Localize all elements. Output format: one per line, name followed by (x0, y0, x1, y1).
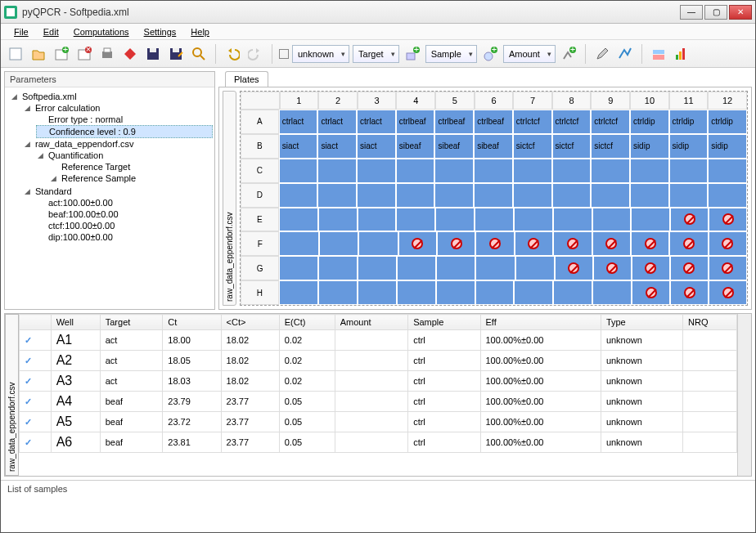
well-cell[interactable] (358, 280, 397, 305)
target-dropdown[interactable]: Target (353, 45, 399, 63)
compute-icon[interactable] (615, 44, 635, 64)
well-cell[interactable] (630, 159, 669, 183)
tree-item[interactable]: ctcf:100.00±0.00 (36, 220, 213, 231)
well-cell[interactable]: ctrlact (317, 110, 357, 134)
well-cell[interactable] (631, 208, 670, 232)
well-cell[interactable]: sibeaf (434, 134, 474, 159)
well-cell[interactable] (513, 159, 552, 183)
well-cell[interactable] (279, 183, 318, 208)
well-cell[interactable] (709, 208, 747, 232)
close-button[interactable]: ✕ (729, 5, 752, 20)
well-cell[interactable] (317, 159, 357, 183)
table-header[interactable]: E(Ct) (279, 315, 335, 330)
tree-item[interactable]: dip:100.00±0.00 (36, 231, 213, 243)
well-cell[interactable]: siact (357, 134, 396, 159)
well-cell[interactable] (434, 183, 474, 208)
well-cell[interactable] (513, 183, 552, 208)
well-cell[interactable]: ctrlctcf (591, 110, 630, 134)
menu-file[interactable]: File (7, 25, 35, 38)
well-cell[interactable]: sidip (708, 134, 747, 159)
menu-help[interactable]: Help (184, 25, 216, 38)
well-cell[interactable] (553, 231, 592, 256)
table-row[interactable]: ✓A3act18.0318.020.02ctrl100.00%±0.00unkn… (20, 371, 737, 392)
tree-item[interactable]: ◢Reference Sample (49, 172, 213, 184)
tree-item[interactable]: act:100.00±0.00 (36, 197, 213, 208)
well-cell[interactable] (591, 159, 630, 183)
plate-row[interactable]: F (241, 231, 747, 256)
well-cell[interactable] (475, 280, 515, 305)
table-header[interactable]: Well (51, 315, 100, 330)
well-cell[interactable] (436, 256, 475, 280)
well-cell[interactable] (396, 208, 435, 232)
well-cell[interactable] (357, 159, 396, 183)
well-cell[interactable] (670, 256, 709, 280)
well-cell[interactable]: sibeaf (474, 134, 513, 159)
remove-plate-icon[interactable]: × (74, 44, 94, 64)
add-sample-icon[interactable]: + (480, 44, 500, 64)
well-cell[interactable]: ctrlact (279, 110, 318, 134)
open-icon[interactable] (29, 44, 48, 64)
tree-item[interactable]: Error type : normal (36, 114, 213, 125)
menu-settings[interactable]: Settings (137, 25, 183, 38)
well-cell[interactable] (475, 256, 515, 280)
well-cell[interactable] (397, 280, 436, 305)
amount-dropdown[interactable]: Amount (503, 45, 556, 63)
well-cell[interactable] (317, 183, 357, 208)
well-cell[interactable] (358, 231, 398, 256)
well-cell[interactable]: siact (317, 134, 357, 159)
plate-row[interactable]: E (241, 208, 747, 232)
tree-item[interactable]: ◢Standard (23, 186, 213, 197)
well-cell[interactable] (709, 256, 747, 280)
well-cell[interactable] (515, 256, 555, 280)
chart1-icon[interactable] (649, 44, 668, 64)
well-cell[interactable] (670, 208, 709, 232)
table-header[interactable]: <Ct> (221, 315, 279, 330)
well-cell[interactable]: sictcf (513, 134, 552, 159)
table-header[interactable]: Ct (163, 315, 221, 330)
well-cell[interactable] (318, 208, 358, 232)
well-cell[interactable] (279, 159, 318, 183)
well-cell[interactable] (630, 183, 669, 208)
well-cell[interactable] (514, 280, 553, 305)
well-cell[interactable] (434, 159, 474, 183)
well-cell[interactable] (553, 280, 592, 305)
tree-item[interactable]: Reference Target (49, 161, 213, 172)
well-cell[interactable]: ctrldip (669, 110, 709, 134)
well-cell[interactable] (709, 231, 747, 256)
well-cell[interactable] (318, 280, 358, 305)
well-cell[interactable]: sidip (669, 134, 709, 159)
well-cell[interactable] (709, 280, 747, 305)
table-header[interactable]: Target (100, 315, 163, 330)
well-cell[interactable] (592, 280, 632, 305)
table-row[interactable]: ✓A5beaf23.7223.770.05ctrl100.00%±0.00unk… (20, 412, 737, 432)
well-cell[interactable] (279, 231, 318, 256)
well-cell[interactable] (279, 256, 318, 280)
well-cell[interactable] (669, 159, 709, 183)
plate-row[interactable]: D (241, 183, 747, 208)
plate-row[interactable]: G (241, 256, 747, 280)
table-header[interactable]: NRQ (683, 315, 737, 330)
well-cell[interactable] (279, 208, 318, 232)
well-cell[interactable] (397, 256, 436, 280)
tree-item[interactable]: ◢Quantification (36, 150, 213, 161)
well-cell[interactable] (475, 208, 514, 232)
well-cell[interactable] (357, 183, 396, 208)
plate-row[interactable]: Actrlactctrlactctrlactctrlbeafctrlbeafct… (241, 110, 747, 134)
edit-icon[interactable] (592, 44, 612, 64)
table-row[interactable]: ✓A2act18.0518.020.02ctrl100.00%±0.00unkn… (20, 351, 737, 371)
well-cell[interactable]: ctrlctcf (513, 110, 552, 134)
well-cell[interactable]: ctrldip (630, 110, 669, 134)
well-cell[interactable] (436, 280, 475, 305)
well-cell[interactable] (358, 208, 397, 232)
well-cell[interactable] (474, 159, 513, 183)
menu-computations[interactable]: Computations (67, 25, 136, 38)
pdf-icon[interactable] (120, 44, 140, 64)
type-dropdown[interactable]: unknown (292, 45, 349, 63)
well-cell[interactable] (279, 280, 318, 305)
well-cell[interactable]: sidip (630, 134, 669, 159)
well-cell[interactable] (514, 208, 553, 232)
well-cell[interactable] (555, 256, 593, 280)
menu-edit[interactable]: Edit (37, 25, 65, 38)
well-cell[interactable] (515, 231, 553, 256)
well-cell[interactable]: siact (279, 134, 318, 159)
